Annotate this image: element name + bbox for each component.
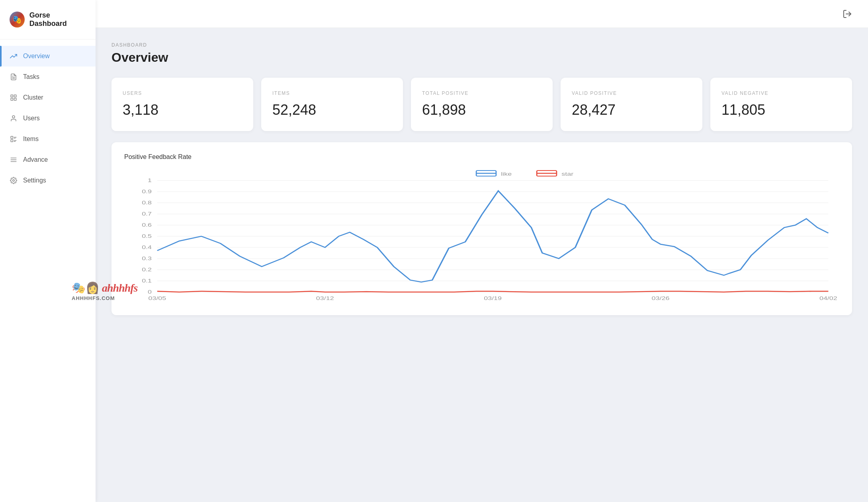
- svg-text:0.3: 0.3: [142, 255, 152, 261]
- svg-rect-8: [11, 140, 13, 142]
- app-logo: 🎭 Gorse Dashboard: [0, 0, 96, 39]
- file-text-icon: [10, 73, 18, 81]
- sidebar-item-overview[interactable]: Overview: [0, 46, 96, 67]
- stat-value-items: 52,248: [272, 102, 392, 118]
- svg-text:0.7: 0.7: [142, 211, 152, 216]
- sidebar-item-cluster-label: Cluster: [23, 94, 43, 101]
- chart-card: Positive Feedback Rate .chart-line-like …: [111, 142, 852, 315]
- svg-point-6: [12, 116, 15, 118]
- app-title: Gorse Dashboard: [29, 11, 86, 28]
- content-area: DASHBOARD Overview USERS 3,118 ITEMS 52,…: [96, 28, 868, 502]
- stat-card-total-positive: TOTAL POSITIVE 61,898: [411, 78, 553, 131]
- sidebar-item-tasks[interactable]: Tasks: [0, 67, 96, 87]
- svg-text:0.1: 0.1: [142, 278, 152, 283]
- svg-text:03/26: 03/26: [652, 295, 670, 301]
- svg-text:0.4: 0.4: [142, 244, 152, 250]
- svg-rect-2: [11, 95, 13, 97]
- svg-text:0.9: 0.9: [142, 188, 152, 194]
- sidebar: 🎭 Gorse Dashboard Overview: [0, 0, 96, 502]
- grid-icon: [10, 94, 18, 102]
- list-icon: [10, 135, 18, 143]
- trending-up-icon: [10, 52, 18, 60]
- svg-text:04/02: 04/02: [819, 295, 837, 301]
- sidebar-item-items-label: Items: [23, 135, 39, 143]
- logout-button[interactable]: [839, 6, 855, 22]
- sidebar-item-advance[interactable]: Advance: [0, 149, 96, 170]
- settings-icon: [10, 176, 18, 184]
- stat-card-valid-negative: VALID NEGATIVE 11,805: [710, 78, 852, 131]
- stat-card-users: USERS 3,118: [111, 78, 253, 131]
- svg-text:03/12: 03/12: [316, 295, 334, 301]
- svg-text:0.8: 0.8: [142, 200, 152, 205]
- stat-label-valid-positive: VALID POSITIVE: [572, 90, 691, 96]
- sidebar-item-overview-label: Overview: [23, 53, 50, 60]
- stat-value-total-positive: 61,898: [422, 102, 542, 118]
- chart-container: .chart-line-like { fill: none; stroke: #…: [124, 169, 839, 304]
- page-title: Overview: [111, 50, 852, 65]
- stat-value-valid-negative: 11,805: [721, 102, 841, 118]
- sidebar-item-settings-label: Settings: [23, 177, 46, 184]
- svg-point-16: [13, 180, 15, 182]
- positive-feedback-chart: .chart-line-like { fill: none; stroke: #…: [124, 169, 839, 304]
- sidebar-item-tasks-label: Tasks: [23, 73, 39, 80]
- svg-rect-3: [14, 95, 16, 97]
- sidebar-item-users[interactable]: Users: [0, 108, 96, 129]
- stats-row: USERS 3,118 ITEMS 52,248 TOTAL POSITIVE …: [111, 78, 852, 131]
- sidebar-nav: Overview Tasks Cluster: [0, 39, 96, 502]
- stat-card-valid-positive: VALID POSITIVE 28,427: [561, 78, 702, 131]
- svg-text:0.6: 0.6: [142, 222, 152, 227]
- svg-rect-5: [11, 98, 13, 100]
- sidebar-item-cluster[interactable]: Cluster: [0, 87, 96, 108]
- svg-text:star: star: [561, 171, 573, 176]
- stat-label-users: USERS: [123, 90, 242, 96]
- svg-text:03/19: 03/19: [484, 295, 502, 301]
- sidebar-item-advance-label: Advance: [23, 156, 48, 163]
- stat-label-valid-negative: VALID NEGATIVE: [721, 90, 841, 96]
- main-area: DASHBOARD Overview USERS 3,118 ITEMS 52,…: [96, 0, 868, 502]
- menu-icon: [10, 156, 18, 164]
- stat-value-valid-positive: 28,427: [572, 102, 691, 118]
- sidebar-item-users-label: Users: [23, 115, 40, 122]
- user-icon: [10, 114, 18, 122]
- svg-text:0: 0: [148, 289, 152, 294]
- svg-text:0.2: 0.2: [142, 267, 152, 272]
- sidebar-item-items[interactable]: Items: [0, 129, 96, 149]
- svg-text:1: 1: [148, 177, 152, 183]
- sidebar-item-settings[interactable]: Settings: [0, 170, 96, 191]
- svg-text:0.5: 0.5: [142, 233, 152, 239]
- breadcrumb: DASHBOARD: [111, 42, 852, 48]
- stat-value-users: 3,118: [123, 102, 242, 118]
- svg-text:like: like: [501, 171, 512, 176]
- svg-text:03/05: 03/05: [148, 295, 166, 301]
- svg-rect-4: [14, 98, 16, 100]
- logo-icon: 🎭: [10, 12, 25, 27]
- stat-label-items: ITEMS: [272, 90, 392, 96]
- stat-label-total-positive: TOTAL POSITIVE: [422, 90, 542, 96]
- stat-card-items: ITEMS 52,248: [261, 78, 403, 131]
- chart-title: Positive Feedback Rate: [124, 153, 839, 161]
- topbar: [96, 0, 868, 28]
- svg-rect-7: [11, 136, 13, 138]
